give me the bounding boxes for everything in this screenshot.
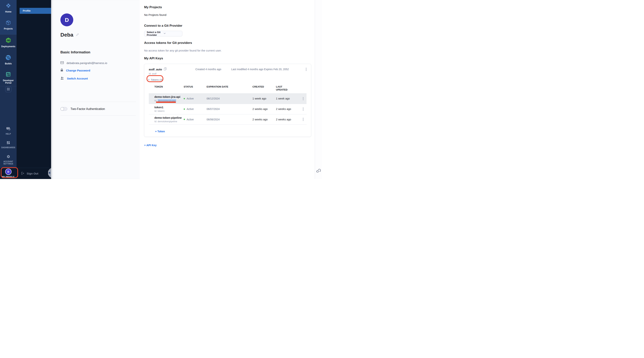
sidebar-item-label: MY PROFILE bbox=[2, 176, 14, 178]
token-expiration: 06/07/2024 bbox=[206, 107, 252, 110]
select-value: Select a Git Provider bbox=[147, 31, 164, 36]
gear-icon bbox=[6, 155, 10, 159]
token-created: 1 week ago bbox=[252, 97, 276, 100]
sidebar-item-label: ACCOUNT SETTINGS bbox=[2, 160, 15, 165]
nav-item-profile[interactable]: Profile bbox=[20, 8, 51, 14]
token-created: 2 weeks ago bbox=[252, 107, 276, 110]
profile-name: Deba bbox=[60, 32, 73, 38]
switch-account-icon bbox=[60, 77, 64, 80]
sidebar-item-home[interactable]: Home bbox=[0, 3, 16, 13]
token-updated: 2 weeks ago bbox=[276, 107, 298, 110]
tokens-table: TOKEN STATUS EXPIRATION DATE CREATED LAS… bbox=[149, 85, 306, 125]
chevron-down-icon bbox=[164, 32, 180, 35]
column-header-expiration: EXPIRATION DATE bbox=[206, 85, 252, 88]
token-id-prefix: Id: bbox=[154, 110, 158, 112]
status-dot bbox=[184, 98, 185, 99]
module-picker-button[interactable] bbox=[5, 86, 11, 92]
copy-icon[interactable] bbox=[164, 67, 166, 71]
token-name: demo-token-pipeline bbox=[154, 116, 184, 119]
switch-account-link[interactable]: Switch Account bbox=[67, 77, 88, 80]
token-id-value: demotokenpipeline bbox=[158, 120, 177, 123]
sidebar-item-label: Home bbox=[5, 11, 11, 13]
token-menu-button[interactable] bbox=[302, 97, 304, 101]
profile-email: debabrata.panigrahi@harness.io bbox=[66, 61, 107, 65]
status-dot bbox=[184, 119, 185, 120]
projects-icon bbox=[6, 20, 11, 26]
table-row[interactable]: demo-token-jira-api Id: demotokenjiraapi… bbox=[149, 93, 306, 104]
tokens-expander[interactable]: Tokens (3) bbox=[148, 78, 162, 81]
token-expiration: 06/06/2024 bbox=[206, 118, 252, 121]
developer-portal-icon bbox=[6, 72, 11, 78]
token-id-value: token1 bbox=[158, 110, 165, 112]
sidebar-item-label: DASHBOARDS bbox=[1, 146, 15, 149]
divider bbox=[315, 0, 315, 179]
tokens-count-label: Tokens (3) bbox=[151, 78, 162, 81]
status-label: Active bbox=[187, 107, 194, 110]
dashboards-icon bbox=[6, 141, 10, 145]
add-token-button[interactable]: + Token bbox=[155, 130, 165, 133]
help-icon: ? bbox=[6, 127, 11, 132]
profile-avatar: D bbox=[60, 14, 73, 26]
api-key-id: Id: asdf bbox=[149, 72, 306, 75]
api-key-modified: Last modified 4 months ago Expires Feb 2… bbox=[231, 68, 289, 71]
envelope-icon bbox=[60, 61, 64, 65]
home-icon bbox=[6, 3, 11, 9]
status-label: Active bbox=[187, 97, 194, 100]
primary-sidebar: Home Projects Deployments Builds Develop bbox=[0, 0, 16, 179]
apps-grid-icon bbox=[7, 88, 10, 91]
column-header-token: TOKEN bbox=[149, 85, 184, 88]
api-key-name: asdf_auto bbox=[149, 68, 162, 71]
git-provider-title: Connect to a Git Provider bbox=[144, 24, 322, 28]
sidebar-item-account-settings[interactable]: ACCOUNT SETTINGS bbox=[0, 155, 16, 165]
sidebar-item-deployments[interactable]: Deployments bbox=[0, 37, 16, 48]
secondary-sidebar: Profile Sign Out bbox=[16, 0, 51, 179]
api-key-menu-button[interactable] bbox=[305, 67, 307, 71]
api-key-card: asdf_auto Created 4 months ago Last modi… bbox=[144, 64, 311, 137]
scroll-gutter bbox=[315, 0, 322, 179]
token-id-prefix: Id: bbox=[154, 99, 158, 102]
sidebar-item-label: Deployments bbox=[1, 45, 15, 48]
edit-name-icon[interactable] bbox=[76, 33, 79, 37]
api-key-created: Created 4 months ago bbox=[196, 68, 221, 71]
git-provider-select[interactable]: Select a Git Provider bbox=[144, 31, 182, 36]
table-row[interactable]: token1 Id: token1 Active 06/07/2024 2 we… bbox=[149, 104, 306, 114]
sidebar-item-label: Developer Portal bbox=[2, 79, 15, 84]
profile-panel: D Deba Basic Information debabrata.panig… bbox=[51, 0, 140, 179]
token-name: demo-token-jira-api bbox=[154, 95, 184, 98]
table-row[interactable]: demo-token-pipeline Id: demotokenpipelin… bbox=[149, 114, 306, 125]
toggle-knob bbox=[60, 107, 64, 111]
sidebar-item-developer-portal[interactable]: Developer Portal bbox=[0, 72, 16, 84]
sidebar-item-builds[interactable]: Builds bbox=[0, 55, 16, 65]
token-menu-button[interactable] bbox=[302, 107, 304, 111]
token-id-prefix: Id: bbox=[154, 120, 158, 123]
chevron-left-icon bbox=[49, 172, 50, 174]
table-header-row: TOKEN STATUS EXPIRATION DATE CREATED LAS… bbox=[149, 85, 306, 93]
sidebar-item-dashboards[interactable]: DASHBOARDS bbox=[0, 141, 16, 149]
status-dot bbox=[184, 108, 185, 110]
column-header-last-updated: LAST UPDATED bbox=[276, 85, 291, 91]
sidebar-item-help[interactable]: ? HELP bbox=[0, 127, 16, 135]
access-tokens-title: Access tokens for Git providers bbox=[144, 41, 322, 45]
basic-information-title: Basic Information bbox=[60, 50, 136, 54]
sidebar-item-projects[interactable]: Projects bbox=[0, 20, 16, 30]
sign-out-label: Sign Out bbox=[27, 172, 38, 175]
sidebar-item-my-profile[interactable]: D MY PROFILE bbox=[0, 168, 16, 179]
column-header-status: STATUS bbox=[184, 85, 206, 88]
sidebar-item-label: HELP bbox=[6, 133, 11, 135]
avatar: D bbox=[6, 169, 11, 174]
divider bbox=[60, 102, 136, 102]
token-updated: 1 week ago bbox=[276, 97, 298, 100]
no-access-tokens-text: No access token for any git provider fou… bbox=[144, 49, 322, 52]
token-expiration: 06/12/2024 bbox=[206, 97, 252, 100]
sign-out-button[interactable]: Sign Out bbox=[16, 168, 51, 179]
my-projects-title: My Projects bbox=[144, 6, 322, 9]
sidebar-item-label: Builds bbox=[5, 63, 12, 65]
two-factor-toggle[interactable] bbox=[60, 107, 67, 111]
api-keys-title: My API Keys bbox=[144, 57, 322, 60]
token-menu-button[interactable] bbox=[302, 117, 304, 121]
add-api-key-button[interactable]: + API Key bbox=[144, 144, 156, 147]
builds-icon bbox=[6, 55, 11, 61]
chat-widget-button[interactable] bbox=[316, 168, 321, 173]
two-factor-label: Two-Factor Authentication bbox=[70, 107, 105, 111]
change-password-link[interactable]: Change Password bbox=[66, 69, 90, 72]
